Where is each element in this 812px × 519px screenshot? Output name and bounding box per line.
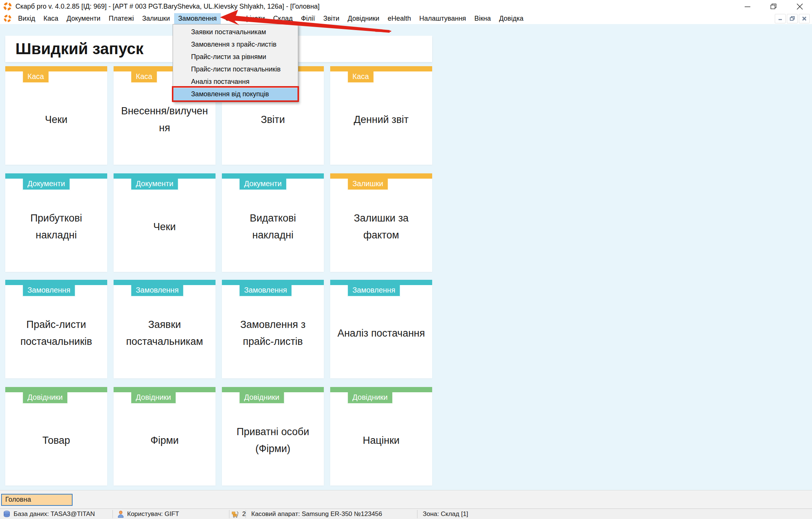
- user-icon: [117, 510, 124, 518]
- menu-item-4[interactable]: Залишки: [138, 13, 174, 24]
- database-icon: [3, 510, 11, 518]
- tile-label: Товар: [8, 404, 105, 477]
- dropdown-item-0[interactable]: Заявки постачальникам: [173, 26, 298, 38]
- tile-category-tag: Каса: [347, 71, 374, 83]
- tile-label: Прибуткові накладні: [8, 190, 105, 264]
- menu-item-12[interactable]: Налаштування: [415, 13, 470, 24]
- tile-10[interactable]: ЗамовленняЗамовлення з прайс-листів: [222, 280, 324, 378]
- dropdown-item-1[interactable]: Замовлення з прайс-листів: [173, 38, 298, 51]
- tile-category-strip: [330, 387, 432, 392]
- tile-9[interactable]: ЗамовленняЗаявки постачальникам: [114, 280, 216, 378]
- status-segment-3: Касовий апарат: Samsung ER-350 №123456: [246, 509, 417, 519]
- tile-13[interactable]: ДовідникиФірми: [114, 387, 216, 486]
- tile-label: Чеки: [116, 190, 213, 264]
- minimize-button[interactable]: [744, 3, 751, 10]
- tile-15[interactable]: ДовідникиНацінки: [330, 387, 432, 486]
- menu-item-3[interactable]: Платежі: [105, 13, 138, 24]
- title-bar: Скарб pro v. 4.0.2.85 [ІД: 969] - [APT #…: [0, 0, 812, 13]
- tile-category-tag: Документи: [239, 179, 287, 190]
- tile-category-tag: Документи: [131, 179, 179, 190]
- tile-label: Аналіз постачання: [332, 296, 430, 370]
- tile-14[interactable]: ДовідникиПриватні особи (Фірми): [222, 387, 324, 486]
- tile-category-tag: Каса: [22, 71, 49, 83]
- tile-category-tag: Довідники: [22, 392, 68, 404]
- tile-label: Заявки постачальникам: [116, 296, 213, 370]
- menu-item-14[interactable]: Довідка: [495, 13, 528, 24]
- mdi-restore-button[interactable]: [787, 14, 798, 23]
- tile-label: Видаткові накладні: [224, 190, 322, 264]
- menu-item-6[interactable]: Сертифікати: [221, 13, 269, 24]
- tile-category-strip: [222, 280, 324, 285]
- tile-0[interactable]: КасаЧеки: [5, 66, 107, 165]
- menu-item-7[interactable]: Склад: [269, 13, 297, 24]
- quick-launch-page: Швидкий запуск КасаЧекиКасаВнесення/вилу…: [0, 24, 812, 490]
- tile-11[interactable]: ЗамовленняАналіз постачання: [330, 280, 432, 378]
- tile-category-strip: [5, 173, 107, 179]
- close-button[interactable]: [797, 3, 803, 10]
- menu-item-13[interactable]: Вікна: [470, 13, 495, 24]
- status-segment-2: 2: [229, 509, 246, 519]
- tile-label: Фірми: [116, 404, 213, 477]
- tile-category-strip: [330, 66, 432, 71]
- tile-label: Залишки за фактом: [332, 190, 430, 264]
- window-title: Скарб pro v. 4.0.2.85 [ІД: 969] - [APT #…: [15, 3, 320, 11]
- status-segment-4: Зона: Склад [1]: [417, 509, 812, 519]
- menu-item-10[interactable]: Довідники: [343, 13, 383, 24]
- tile-category-tag: Замовлення: [347, 285, 401, 297]
- menu-item-2[interactable]: Документи: [62, 13, 105, 24]
- tile-8[interactable]: ЗамовленняПрайс-листи постачальників: [5, 280, 107, 378]
- tile-category-tag: Замовлення: [22, 285, 76, 297]
- tile-12[interactable]: ДовідникиТовар: [5, 387, 107, 486]
- status-segment-0: База даних: TASA3@TITAN: [0, 509, 113, 519]
- tile-category-strip: [222, 387, 324, 392]
- menu-item-0[interactable]: Вихід: [14, 13, 39, 24]
- restore-button[interactable]: [770, 3, 777, 10]
- mdi-minimize-button[interactable]: [775, 14, 786, 23]
- status-text: Зона: Склад [1]: [423, 510, 468, 518]
- tile-label: Прайс-листи постачальників: [8, 296, 105, 370]
- tile-category-strip: [114, 280, 216, 285]
- menu-logo-icon: [3, 14, 12, 23]
- cart-icon: [231, 510, 239, 518]
- menu-item-5[interactable]: Замовлення: [174, 13, 221, 24]
- tile-7[interactable]: ЗалишкиЗалишки за фактом: [330, 173, 432, 272]
- tile-category-strip: [114, 173, 216, 179]
- tile-4[interactable]: ДокументиПрибуткові накладні: [5, 173, 107, 272]
- tile-label: Денний звіт: [332, 83, 430, 156]
- menu-bar: ВихідКасаДокументиПлатежіЗалишкиЗамовлен…: [0, 13, 812, 24]
- tile-category-tag: Замовлення: [131, 285, 184, 297]
- app-logo-icon: [3, 2, 12, 11]
- tile-label: Націнки: [332, 404, 430, 477]
- tile-category-tag: Довідники: [239, 392, 285, 404]
- dropdown-item-3[interactable]: Прайс-листи постачальників: [173, 63, 298, 76]
- tab-home[interactable]: Головна: [1, 494, 73, 506]
- status-text: Користувач: GIFT: [127, 510, 179, 518]
- menu-item-9[interactable]: Звіти: [319, 13, 344, 24]
- menu-item-1[interactable]: Каса: [39, 13, 63, 24]
- tile-5[interactable]: ДокументиЧеки: [114, 173, 216, 272]
- status-segment-1: Користувач: GIFT: [113, 509, 229, 519]
- tile-category-tag: Документи: [22, 179, 70, 190]
- orders-dropdown-menu: Заявки постачальникамЗамовлення з прайс-…: [173, 24, 298, 102]
- tile-label: Приватні особи (Фірми): [224, 404, 322, 477]
- dropdown-item-2[interactable]: Прайс-листи за рівнями: [173, 51, 298, 63]
- tile-category-strip: [5, 66, 107, 71]
- tile-label: Замовлення з прайс-листів: [224, 296, 322, 370]
- menu-item-8[interactable]: Філії: [297, 13, 319, 24]
- tile-3[interactable]: КасаДенний звіт: [330, 66, 432, 165]
- tile-category-tag: Залишки: [347, 179, 389, 190]
- status-bar: База даних: TASA3@TITANКористувач: GIFT2…: [0, 508, 812, 519]
- tile-category-strip: [5, 280, 107, 285]
- dropdown-item-4[interactable]: Аналіз постачання: [173, 76, 298, 88]
- status-text: База даних: TASA3@TITAN: [14, 510, 95, 518]
- tile-label: Чеки: [8, 83, 105, 156]
- tab-bar: Головна: [0, 490, 812, 508]
- tile-category-tag: Довідники: [347, 392, 393, 404]
- tile-6[interactable]: ДокументиВидаткові накладні: [222, 173, 324, 272]
- menu-item-11[interactable]: eHealth: [384, 13, 415, 24]
- dropdown-item-5[interactable]: Замовлення від покупців: [173, 88, 298, 100]
- tile-category-strip: [114, 387, 216, 392]
- tile-category-tag: Довідники: [131, 392, 176, 404]
- mdi-close-button[interactable]: [799, 14, 810, 23]
- tile-category-tag: Замовлення: [239, 285, 292, 297]
